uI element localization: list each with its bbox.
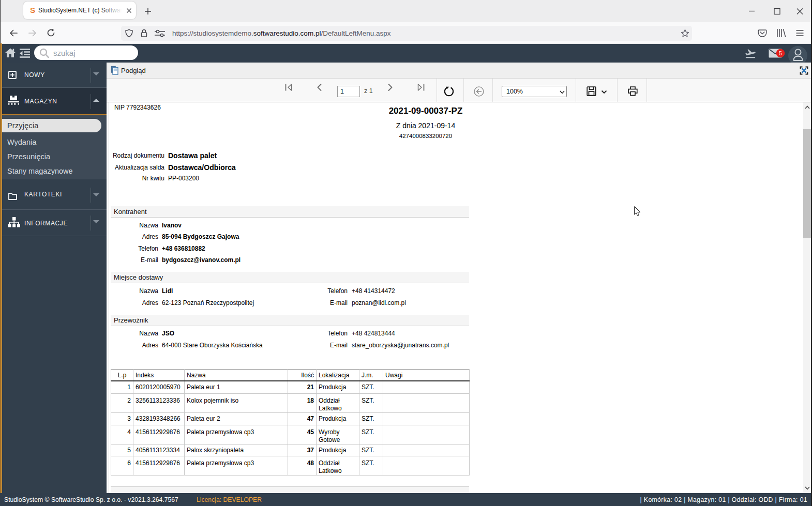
svg-text:5: 5 [779,50,782,56]
svg-text:S: S [30,7,35,14]
